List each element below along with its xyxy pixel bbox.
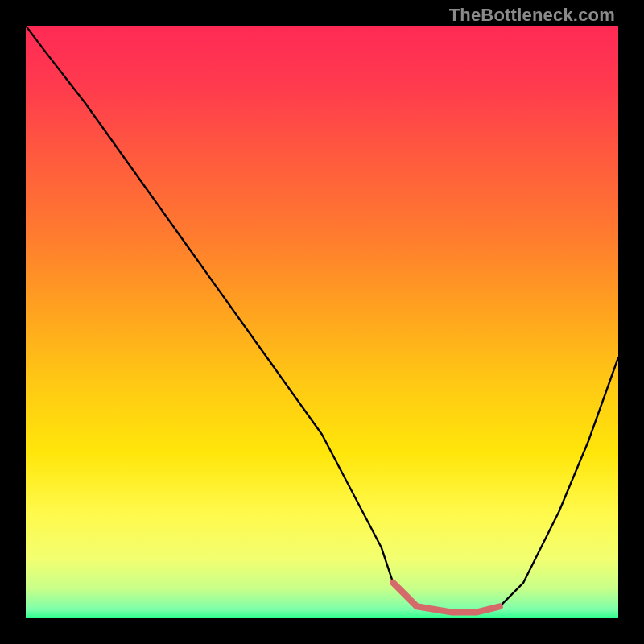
plot-area — [26, 26, 618, 618]
background-gradient — [26, 26, 618, 618]
chart-frame: TheBottleneck.com — [0, 0, 644, 644]
svg-rect-0 — [26, 26, 618, 618]
watermark-text: TheBottleneck.com — [449, 5, 615, 26]
